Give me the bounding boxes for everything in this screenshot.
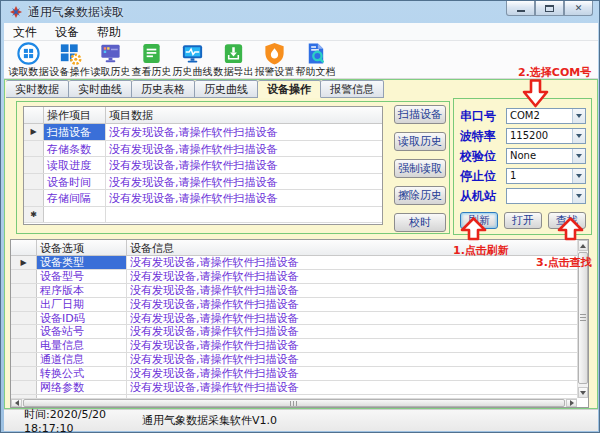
close-button[interactable]: ✕: [564, 1, 593, 16]
operation-item-cell[interactable]: [44, 207, 106, 223]
menu-device[interactable]: 设备: [46, 23, 88, 41]
table-row[interactable]: 读取进度 没有发现设备,请操作软件扫描设备: [24, 157, 382, 174]
combo-select[interactable]: 1: [506, 168, 586, 184]
device-option-cell[interactable]: 转换公式: [37, 367, 127, 380]
table-row[interactable]: 存储条数 没有发现设备,请操作软件扫描设备: [24, 141, 382, 158]
operation-item-cell[interactable]: 设备时间: [44, 174, 106, 190]
device-option-cell[interactable]: 网络参数: [37, 381, 127, 394]
action-button[interactable]: 读取历史: [394, 132, 446, 151]
action-button[interactable]: 扫描设备: [394, 105, 446, 124]
toolbar-read-history[interactable]: 读取历史: [90, 41, 131, 79]
serial-button[interactable]: 刷新: [460, 212, 498, 229]
device-info-cell[interactable]: 没有发现设备,请操作软件扫描设备: [127, 381, 588, 394]
device-table: 设备选项 设备信息 ▶ 设备类型 没有发现设备,请操作软件扫描设备 设备型号 没…: [10, 239, 589, 408]
chevron-down-icon[interactable]: [572, 149, 585, 163]
device-info-cell[interactable]: 没有发现设备,请操作软件扫描设备: [127, 339, 588, 352]
minimize-button[interactable]: [506, 1, 535, 16]
menu-file[interactable]: 文件: [4, 23, 46, 41]
field-label: 停止位: [460, 168, 506, 185]
toolbar-help-doc[interactable]: 帮助文档: [295, 41, 336, 79]
chevron-down-icon[interactable]: [572, 109, 585, 123]
tab[interactable]: 报警信息: [321, 80, 384, 98]
device-option-cell[interactable]: 程序版本: [37, 284, 127, 297]
table-row[interactable]: 程序版本 没有发现设备,请操作软件扫描设备: [11, 284, 588, 298]
item-data-cell[interactable]: 没有发现设备,请操作软件扫描设备: [106, 190, 382, 206]
scroll-right-button[interactable]: [566, 399, 577, 407]
row-selector: ✱: [24, 207, 44, 223]
device-option-cell[interactable]: 出厂日期: [37, 298, 127, 311]
chevron-down-icon[interactable]: [572, 129, 585, 143]
col-item-data: 项目数据: [106, 107, 382, 123]
tab[interactable]: 设备操作: [258, 80, 321, 98]
serial-buttons: 刷新 打开 查找: [460, 212, 586, 229]
serial-button[interactable]: 打开: [504, 212, 542, 229]
toolbar-alarm-settings[interactable]: 报警设置: [254, 41, 295, 79]
toolbar-data-export[interactable]: 数据导出: [213, 41, 254, 79]
device-option-cell[interactable]: 通道信息: [37, 353, 127, 366]
table-row[interactable]: 存储间隔 没有发现设备,请操作软件扫描设备: [24, 190, 382, 207]
operation-item-cell[interactable]: 存储条数: [44, 141, 106, 157]
item-data-cell[interactable]: [106, 207, 382, 223]
device-option-cell[interactable]: 设备ID码: [37, 312, 127, 325]
scroll-left-button[interactable]: [11, 399, 22, 407]
table-row[interactable]: ✱: [24, 207, 382, 224]
table-row[interactable]: 电量信息 没有发现设备,请操作软件扫描设备: [11, 339, 588, 353]
device-info-cell[interactable]: 没有发现设备,请操作软件扫描设备: [127, 298, 588, 311]
menu-help[interactable]: 帮助: [88, 23, 130, 41]
item-data-cell[interactable]: 没有发现设备,请操作软件扫描设备: [106, 157, 382, 173]
device-info-cell[interactable]: 没有发现设备,请操作软件扫描设备: [127, 256, 588, 269]
combo-select[interactable]: COM2: [506, 108, 586, 124]
item-data-cell[interactable]: 没有发现设备,请操作软件扫描设备: [106, 124, 382, 140]
scroll-down-button[interactable]: [578, 387, 588, 398]
toolbar-history-curve[interactable]: 历史曲线: [172, 41, 213, 79]
table-row[interactable]: 通道信息 没有发现设备,请操作软件扫描设备: [11, 353, 588, 367]
device-info-cell[interactable]: 没有发现设备,请操作软件扫描设备: [127, 270, 588, 283]
action-button[interactable]: 校时: [394, 213, 446, 232]
toolbar-device-operation[interactable]: 设备操作: [49, 41, 90, 79]
item-data-cell[interactable]: 没有发现设备,请操作软件扫描设备: [106, 174, 382, 190]
tab[interactable]: 历史曲线: [195, 80, 258, 98]
table-row[interactable]: ▶ 扫描设备 没有发现设备,请操作软件扫描设备: [24, 124, 382, 141]
action-button[interactable]: 擦除历史: [394, 186, 446, 205]
table-row[interactable]: 设备ID码 没有发现设备,请操作软件扫描设备: [11, 312, 588, 326]
tab[interactable]: 实时数据: [6, 80, 69, 98]
combo-select[interactable]: 115200: [506, 128, 586, 144]
device-option-cell[interactable]: 设备类型: [37, 256, 127, 269]
chevron-down-icon[interactable]: [572, 169, 585, 183]
tab[interactable]: 实时曲线: [69, 80, 132, 98]
menu-bar: 文件 设备 帮助: [4, 23, 598, 41]
device-info-cell[interactable]: 没有发现设备,请操作软件扫描设备: [127, 367, 588, 380]
device-option-cell[interactable]: 设备型号: [37, 270, 127, 283]
combo-select[interactable]: None: [506, 148, 586, 164]
operation-item-cell[interactable]: 存储间隔: [44, 190, 106, 206]
device-table-body: ▶ 设备类型 没有发现设备,请操作软件扫描设备 设备型号 没有发现设备,请操作软…: [11, 256, 588, 408]
device-info-cell[interactable]: 没有发现设备,请操作软件扫描设备: [127, 325, 588, 338]
device-info-cell[interactable]: 没有发现设备,请操作软件扫描设备: [127, 353, 588, 366]
table-row[interactable]: 设备时间 没有发现设备,请操作软件扫描设备: [24, 174, 382, 191]
operation-item-cell[interactable]: 扫描设备: [44, 124, 106, 140]
action-button[interactable]: 强制读取: [394, 159, 446, 178]
device-info-cell[interactable]: 没有发现设备,请操作软件扫描设备: [127, 312, 588, 325]
chevron-down-icon[interactable]: [572, 189, 585, 203]
vertical-scrollbar[interactable]: [577, 240, 588, 398]
scroll-up-button[interactable]: [578, 240, 588, 251]
item-data-cell[interactable]: 没有发现设备,请操作软件扫描设备: [106, 141, 382, 157]
vertical-scroll-thumb[interactable]: [578, 252, 588, 384]
table-row[interactable]: 网络参数 没有发现设备,请操作软件扫描设备: [11, 381, 588, 395]
read-data-icon: [16, 41, 41, 66]
table-row[interactable]: ▶ 设备类型 没有发现设备,请操作软件扫描设备: [11, 256, 588, 270]
table-row[interactable]: 出厂日期 没有发现设备,请操作软件扫描设备: [11, 298, 588, 312]
device-option-cell[interactable]: 设备站号: [37, 325, 127, 338]
device-option-cell[interactable]: 电量信息: [37, 339, 127, 352]
toolbar-read-data[interactable]: 读取数据: [8, 41, 49, 79]
operation-item-cell[interactable]: 读取进度: [44, 157, 106, 173]
toolbar-view-history[interactable]: 查看历史: [131, 41, 172, 79]
table-row[interactable]: 设备站号 没有发现设备,请操作软件扫描设备: [11, 325, 588, 339]
table-row[interactable]: 转换公式 没有发现设备,请操作软件扫描设备: [11, 367, 588, 381]
device-info-cell[interactable]: 没有发现设备,请操作软件扫描设备: [127, 284, 588, 297]
table-row[interactable]: 设备型号 没有发现设备,请操作软件扫描设备: [11, 270, 588, 284]
tab[interactable]: 历史表格: [132, 80, 195, 98]
combo-select[interactable]: [506, 188, 586, 204]
maximize-button[interactable]: [535, 1, 564, 16]
serial-button[interactable]: 查找: [548, 212, 586, 229]
